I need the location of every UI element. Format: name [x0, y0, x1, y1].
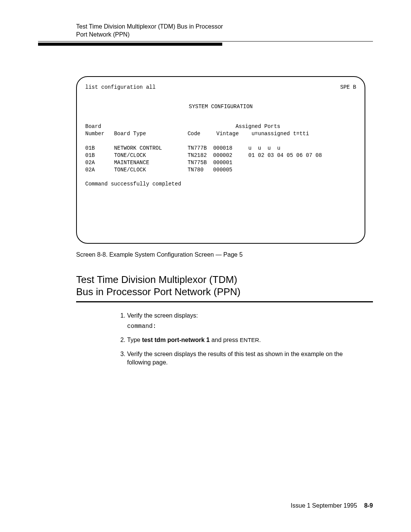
hdr-code: Code — [188, 131, 201, 137]
hdr-type: Board Type — [114, 131, 146, 137]
hdr-vintage: Vintage — [217, 131, 239, 137]
hdr-board: Board — [85, 123, 101, 129]
hdr-assigned: Assigned Ports — [236, 123, 280, 129]
terminal-status: Command successfully completed — [85, 181, 181, 187]
terminal-spe: SPE B — [340, 84, 356, 91]
document-page: Test Time Division Multiplexor (TDM) Bus… — [0, 0, 411, 532]
figure-caption: Screen 8-8. Example System Configuration… — [76, 251, 373, 258]
page-footer: Issue 1 September 1995 8-9 — [291, 502, 373, 509]
running-header-line2: Port Network (PPN) — [76, 31, 373, 39]
step-list: Verify the screen displays: command: Typ… — [118, 312, 350, 367]
section-title-line2: Bus in Processor Port Network (PPN) — [76, 286, 373, 298]
hdr-number: Number — [85, 131, 104, 137]
hdr-legend: u=unassigned t=tti — [252, 131, 309, 137]
running-header-line1: Test Time Division Multiplexor (TDM) Bus… — [76, 23, 373, 31]
issue-date: Issue 1 September 1995 — [291, 502, 357, 509]
step-1-command: command: — [127, 322, 350, 331]
section-rule — [76, 301, 373, 302]
row1: 01B TONE/CLOCK TN2182 000002 01 02 03 04… — [85, 152, 322, 158]
step-3: Verify the screen displays the results o… — [127, 350, 350, 367]
section-title-line1: Test Time Division Multiplexor (TDM) — [76, 273, 373, 286]
row3: 02A TONE/CLOCK TN780 000005 — [85, 167, 233, 173]
page-number: 8-9 — [364, 502, 373, 509]
terminal-screen: list configuration allSPE B SYSTEM CONFI… — [76, 76, 365, 244]
terminal-title: SYSTEM CONFIGURATION — [85, 103, 356, 110]
header-rule — [38, 41, 373, 46]
step-2: Type test tdm port-network 1 and press E… — [127, 336, 350, 344]
section-title: Test Time Division Multiplexor (TDM) Bus… — [76, 273, 373, 298]
terminal-command: list configuration all — [85, 84, 156, 91]
row0: 01B NETWORK CONTROL TN777B 000018 u u u … — [85, 145, 280, 151]
row2: 02A MAINTENANCE TN775B 000001 — [85, 160, 233, 166]
step-1: Verify the screen displays: command: — [127, 312, 350, 331]
running-header: Test Time Division Multiplexor (TDM) Bus… — [76, 23, 373, 39]
